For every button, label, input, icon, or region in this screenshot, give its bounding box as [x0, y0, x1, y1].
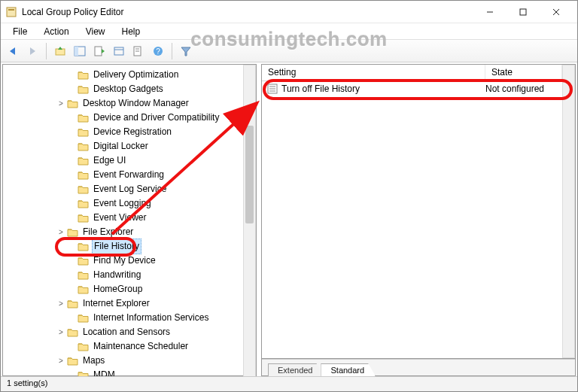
- settings-list-row[interactable]: Turn off File History Not configured: [262, 81, 562, 96]
- minimize-button[interactable]: [473, 1, 507, 23]
- app-icon: [5, 6, 17, 18]
- tree-item-label: Event Log Service: [92, 182, 168, 196]
- close-button[interactable]: [540, 1, 573, 23]
- tree-item[interactable]: Event Logging: [6, 196, 243, 211]
- status-bar: 1 setting(s): [1, 376, 577, 391]
- tree-item-label: File Explorer: [81, 225, 135, 239]
- setting-state: Not configured: [485, 84, 558, 94]
- folder-icon: [77, 256, 89, 266]
- status-text: 1 setting(s): [7, 378, 47, 387]
- folder-icon: [77, 70, 89, 81]
- window-title: Local Group Policy Editor: [22, 7, 123, 17]
- tree-item[interactable]: Delivery Optimization: [6, 68, 243, 82]
- tree-item[interactable]: Find My Device: [6, 254, 243, 268]
- refresh-icon[interactable]: [110, 42, 128, 60]
- tree-expand-icon[interactable]: >: [56, 296, 66, 311]
- column-header-state[interactable]: State: [485, 65, 562, 81]
- menu-help[interactable]: Help: [114, 25, 148, 38]
- folder-icon: [66, 99, 78, 109]
- menu-bar: File Action View Help: [1, 23, 577, 40]
- policy-item-icon: [266, 83, 278, 95]
- folder-icon: [77, 184, 89, 195]
- tree-item[interactable]: Desktop Gadgets: [6, 82, 243, 96]
- folder-icon: [77, 141, 89, 152]
- menu-action[interactable]: Action: [36, 25, 76, 38]
- svg-rect-0: [7, 8, 16, 17]
- svg-text:?: ?: [156, 47, 160, 56]
- tree-item-label: Maps: [81, 354, 106, 368]
- svg-marker-6: [10, 47, 15, 55]
- tree-item[interactable]: Event Log Service: [6, 182, 243, 196]
- properties-icon[interactable]: [129, 42, 148, 60]
- tree-item-label: Delivery Optimization: [92, 68, 180, 82]
- tree-item[interactable]: Edge UI: [6, 153, 243, 168]
- details-tabs: Extended Standard: [262, 359, 575, 375]
- tree-item-label: Location and Sensors: [81, 325, 172, 339]
- tree-item[interactable]: Digital Locker: [6, 139, 243, 153]
- column-header-setting[interactable]: Setting: [262, 65, 485, 81]
- folder-icon: [77, 113, 89, 123]
- tree-item-label: Desktop Gadgets: [92, 82, 165, 96]
- tree-item-label: Event Forwarding: [92, 168, 166, 182]
- tree-item-label: Edge UI: [92, 153, 127, 168]
- tree-scroll-area[interactable]: Delivery OptimizationDesktop Gadgets>Des…: [3, 65, 243, 385]
- svg-marker-21: [181, 47, 190, 56]
- tree-expand-icon[interactable]: >: [56, 96, 66, 111]
- show-hide-tree-icon[interactable]: [71, 42, 89, 60]
- tree-item-label: Digital Locker: [92, 139, 150, 153]
- setting-name: Turn off File History: [281, 84, 485, 94]
- menu-file[interactable]: File: [5, 25, 35, 38]
- svg-rect-12: [95, 47, 102, 56]
- toolbar-separator: [46, 43, 47, 59]
- folder-icon: [77, 213, 89, 223]
- toolbar: ?: [1, 40, 577, 62]
- tab-standard[interactable]: Standard: [321, 363, 376, 376]
- tab-extended[interactable]: Extended: [268, 363, 324, 376]
- tree-item[interactable]: Event Viewer: [6, 211, 243, 225]
- back-arrow-icon[interactable]: [4, 42, 22, 60]
- tree-vertical-scrollbar[interactable]: [243, 65, 256, 385]
- help-icon[interactable]: ?: [149, 42, 167, 60]
- tree-expand-icon[interactable]: >: [56, 354, 66, 368]
- svg-marker-9: [58, 47, 62, 50]
- tree-item-label: Handwriting: [92, 268, 142, 282]
- export-list-icon[interactable]: [90, 42, 108, 60]
- folder-icon: [77, 199, 89, 209]
- tree-item[interactable]: Device and Driver Compatibility: [6, 111, 243, 125]
- forward-arrow-icon[interactable]: [23, 42, 41, 60]
- tree-item[interactable]: Handwriting: [6, 268, 243, 282]
- tree-item-label: Internet Information Services: [92, 311, 210, 325]
- svg-rect-1: [8, 9, 14, 11]
- tree-item[interactable]: Device Registration: [6, 125, 243, 139]
- tree-expand-icon[interactable]: >: [56, 225, 66, 239]
- tree-item[interactable]: >File Explorer: [6, 225, 243, 239]
- folder-icon: [77, 127, 89, 138]
- settings-list-header: Setting State: [262, 65, 562, 81]
- maximize-button[interactable]: [507, 1, 540, 23]
- toolbar-separator: [172, 43, 172, 59]
- tree-item[interactable]: >Location and Sensors: [6, 325, 243, 339]
- tree-item[interactable]: >Maps: [6, 354, 243, 368]
- filter-icon[interactable]: [177, 42, 195, 60]
- folder-icon: [66, 327, 78, 338]
- title-bar: Local Group Policy Editor: [1, 1, 577, 23]
- folder-icon: [77, 242, 89, 252]
- tree-pane: Delivery OptimizationDesktop Gadgets>Des…: [2, 64, 257, 376]
- tree-item[interactable]: HomeGroup: [6, 282, 243, 296]
- tree-item-label: Internet Explorer: [81, 296, 151, 311]
- folder-icon: [77, 284, 89, 295]
- tree-item-label: Event Logging: [92, 196, 153, 211]
- tree-item[interactable]: Maintenance Scheduler: [6, 339, 243, 354]
- tree-item[interactable]: >Desktop Window Manager: [6, 96, 243, 111]
- tree-item[interactable]: File History: [6, 239, 243, 254]
- tree-item-label: Maintenance Scheduler: [92, 339, 190, 354]
- tree-item[interactable]: Event Forwarding: [6, 168, 243, 182]
- tree-item[interactable]: Internet Information Services: [6, 311, 243, 325]
- tree-expand-icon[interactable]: >: [56, 325, 66, 339]
- menu-view[interactable]: View: [78, 25, 113, 38]
- settings-list: Setting State Turn off File History Not …: [262, 65, 562, 358]
- list-vertical-scrollbar[interactable]: [562, 65, 575, 358]
- folder-up-icon[interactable]: [51, 42, 69, 60]
- tree-item[interactable]: >Internet Explorer: [6, 296, 243, 311]
- tree-item-label: Find My Device: [92, 254, 157, 268]
